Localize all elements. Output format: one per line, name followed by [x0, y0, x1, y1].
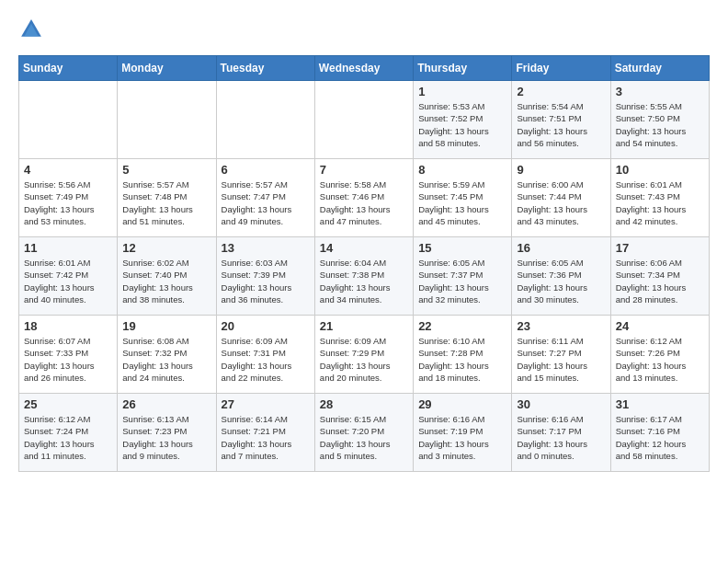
- day-info: Sunrise: 6:09 AM Sunset: 7:31 PM Dayligh…: [222, 335, 310, 384]
- day-info: Sunrise: 6:07 AM Sunset: 7:33 PM Dayligh…: [24, 335, 112, 384]
- calendar-cell: 9Sunrise: 6:00 AM Sunset: 7:44 PM Daylig…: [512, 159, 610, 237]
- day-number: 24: [616, 319, 704, 333]
- calendar-cell: 6Sunrise: 5:57 AM Sunset: 7:47 PM Daylig…: [216, 159, 314, 237]
- calendar-cell: 17Sunrise: 6:06 AM Sunset: 7:34 PM Dayli…: [610, 237, 709, 316]
- day-number: 12: [122, 241, 210, 255]
- day-info: Sunrise: 5:56 AM Sunset: 7:49 PM Dayligh…: [24, 178, 112, 227]
- calendar-cell: 7Sunrise: 5:58 AM Sunset: 7:46 PM Daylig…: [314, 159, 413, 237]
- day-number: 4: [24, 163, 112, 177]
- day-number: 22: [418, 319, 506, 333]
- day-info: Sunrise: 6:08 AM Sunset: 7:32 PM Dayligh…: [122, 335, 210, 384]
- col-header-tuesday: Tuesday: [216, 56, 314, 81]
- day-info: Sunrise: 6:09 AM Sunset: 7:29 PM Dayligh…: [320, 335, 408, 384]
- day-info: Sunrise: 5:55 AM Sunset: 7:50 PM Dayligh…: [616, 100, 704, 149]
- day-info: Sunrise: 6:03 AM Sunset: 7:39 PM Dayligh…: [222, 257, 310, 305]
- day-info: Sunrise: 6:04 AM Sunset: 7:38 PM Dayligh…: [320, 257, 408, 305]
- calendar-cell: [19, 81, 118, 159]
- day-info: Sunrise: 6:13 AM Sunset: 7:23 PM Dayligh…: [122, 413, 210, 462]
- calendar-cell: 13Sunrise: 6:03 AM Sunset: 7:39 PM Dayli…: [216, 237, 314, 316]
- day-info: Sunrise: 5:53 AM Sunset: 7:52 PM Dayligh…: [418, 100, 506, 149]
- day-number: 16: [517, 241, 605, 255]
- calendar-cell: 4Sunrise: 5:56 AM Sunset: 7:49 PM Daylig…: [19, 159, 118, 237]
- day-number: 20: [222, 319, 310, 333]
- day-info: Sunrise: 5:59 AM Sunset: 7:45 PM Dayligh…: [418, 178, 506, 227]
- calendar-cell: 29Sunrise: 6:16 AM Sunset: 7:19 PM Dayli…: [414, 394, 512, 472]
- day-number: 31: [616, 397, 704, 411]
- day-info: Sunrise: 6:15 AM Sunset: 7:20 PM Dayligh…: [320, 413, 408, 462]
- day-info: Sunrise: 6:11 AM Sunset: 7:27 PM Dayligh…: [517, 335, 605, 384]
- day-number: 5: [122, 163, 210, 177]
- day-number: 29: [418, 397, 506, 411]
- calendar-cell: 10Sunrise: 6:01 AM Sunset: 7:43 PM Dayli…: [610, 159, 709, 237]
- calendar-cell: 15Sunrise: 6:05 AM Sunset: 7:37 PM Dayli…: [414, 237, 512, 316]
- day-number: 23: [517, 319, 605, 333]
- day-info: Sunrise: 6:01 AM Sunset: 7:43 PM Dayligh…: [616, 178, 704, 227]
- day-number: 25: [24, 397, 112, 411]
- calendar-cell: 30Sunrise: 6:16 AM Sunset: 7:17 PM Dayli…: [512, 394, 610, 472]
- day-number: 7: [320, 163, 408, 177]
- day-number: 21: [320, 319, 408, 333]
- col-header-friday: Friday: [512, 56, 610, 81]
- calendar-week-1: 1Sunrise: 5:53 AM Sunset: 7:52 PM Daylig…: [19, 81, 710, 159]
- calendar-cell: 27Sunrise: 6:14 AM Sunset: 7:21 PM Dayli…: [216, 394, 314, 472]
- calendar-week-3: 11Sunrise: 6:01 AM Sunset: 7:42 PM Dayli…: [19, 237, 710, 316]
- day-info: Sunrise: 6:02 AM Sunset: 7:40 PM Dayligh…: [122, 257, 210, 305]
- day-info: Sunrise: 6:05 AM Sunset: 7:36 PM Dayligh…: [517, 257, 605, 305]
- calendar-table: SundayMondayTuesdayWednesdayThursdayFrid…: [18, 55, 710, 472]
- calendar-week-5: 25Sunrise: 6:12 AM Sunset: 7:24 PM Dayli…: [19, 394, 710, 472]
- day-number: 27: [222, 397, 310, 411]
- day-number: 3: [616, 85, 704, 98]
- day-number: 13: [222, 241, 310, 255]
- day-info: Sunrise: 6:16 AM Sunset: 7:17 PM Dayligh…: [517, 413, 605, 462]
- day-info: Sunrise: 6:06 AM Sunset: 7:34 PM Dayligh…: [616, 257, 704, 305]
- day-number: 14: [320, 241, 408, 255]
- day-info: Sunrise: 6:12 AM Sunset: 7:26 PM Dayligh…: [616, 335, 704, 384]
- day-info: Sunrise: 5:58 AM Sunset: 7:46 PM Dayligh…: [320, 178, 408, 227]
- calendar-cell: 25Sunrise: 6:12 AM Sunset: 7:24 PM Dayli…: [19, 394, 118, 472]
- day-info: Sunrise: 5:57 AM Sunset: 7:47 PM Dayligh…: [222, 178, 310, 227]
- calendar-cell: 31Sunrise: 6:17 AM Sunset: 7:16 PM Dayli…: [610, 394, 709, 472]
- day-number: 30: [517, 397, 605, 411]
- calendar-cell: 14Sunrise: 6:04 AM Sunset: 7:38 PM Dayli…: [314, 237, 413, 316]
- calendar-cell: 5Sunrise: 5:57 AM Sunset: 7:48 PM Daylig…: [118, 159, 216, 237]
- day-number: 2: [517, 85, 605, 98]
- calendar-header-row: SundayMondayTuesdayWednesdayThursdayFrid…: [19, 56, 710, 81]
- calendar-cell: 16Sunrise: 6:05 AM Sunset: 7:36 PM Dayli…: [512, 237, 610, 316]
- calendar-cell: 1Sunrise: 5:53 AM Sunset: 7:52 PM Daylig…: [414, 81, 512, 159]
- day-info: Sunrise: 6:16 AM Sunset: 7:19 PM Dayligh…: [418, 413, 506, 462]
- day-info: Sunrise: 6:01 AM Sunset: 7:42 PM Dayligh…: [24, 257, 112, 305]
- logo-icon: [18, 17, 44, 42]
- day-number: 26: [122, 397, 210, 411]
- day-info: Sunrise: 6:05 AM Sunset: 7:37 PM Dayligh…: [418, 257, 506, 305]
- day-info: Sunrise: 6:10 AM Sunset: 7:28 PM Dayligh…: [418, 335, 506, 384]
- day-info: Sunrise: 6:14 AM Sunset: 7:21 PM Dayligh…: [222, 413, 310, 462]
- calendar-cell: 18Sunrise: 6:07 AM Sunset: 7:33 PM Dayli…: [19, 316, 118, 394]
- logo: [18, 17, 48, 42]
- calendar-cell: 8Sunrise: 5:59 AM Sunset: 7:45 PM Daylig…: [414, 159, 512, 237]
- day-number: 10: [616, 163, 704, 177]
- calendar-cell: 21Sunrise: 6:09 AM Sunset: 7:29 PM Dayli…: [314, 316, 413, 394]
- calendar-week-2: 4Sunrise: 5:56 AM Sunset: 7:49 PM Daylig…: [19, 159, 710, 237]
- day-info: Sunrise: 6:00 AM Sunset: 7:44 PM Dayligh…: [517, 178, 605, 227]
- calendar-cell: 26Sunrise: 6:13 AM Sunset: 7:23 PM Dayli…: [118, 394, 216, 472]
- calendar-week-4: 18Sunrise: 6:07 AM Sunset: 7:33 PM Dayli…: [19, 316, 710, 394]
- calendar-cell: [314, 81, 413, 159]
- calendar-cell: 11Sunrise: 6:01 AM Sunset: 7:42 PM Dayli…: [19, 237, 118, 316]
- day-info: Sunrise: 6:17 AM Sunset: 7:16 PM Dayligh…: [616, 413, 704, 462]
- day-number: 15: [418, 241, 506, 255]
- col-header-monday: Monday: [118, 56, 216, 81]
- calendar-cell: 2Sunrise: 5:54 AM Sunset: 7:51 PM Daylig…: [512, 81, 610, 159]
- day-number: 18: [24, 319, 112, 333]
- day-number: 9: [517, 163, 605, 177]
- day-info: Sunrise: 5:57 AM Sunset: 7:48 PM Dayligh…: [122, 178, 210, 227]
- calendar-cell: 23Sunrise: 6:11 AM Sunset: 7:27 PM Dayli…: [512, 316, 610, 394]
- day-number: 11: [24, 241, 112, 255]
- col-header-sunday: Sunday: [19, 56, 118, 81]
- day-info: Sunrise: 5:54 AM Sunset: 7:51 PM Dayligh…: [517, 100, 605, 149]
- day-number: 19: [122, 319, 210, 333]
- day-number: 28: [320, 397, 408, 411]
- calendar-cell: 28Sunrise: 6:15 AM Sunset: 7:20 PM Dayli…: [314, 394, 413, 472]
- header: [18, 17, 710, 42]
- col-header-wednesday: Wednesday: [314, 56, 413, 81]
- calendar-cell: [118, 81, 216, 159]
